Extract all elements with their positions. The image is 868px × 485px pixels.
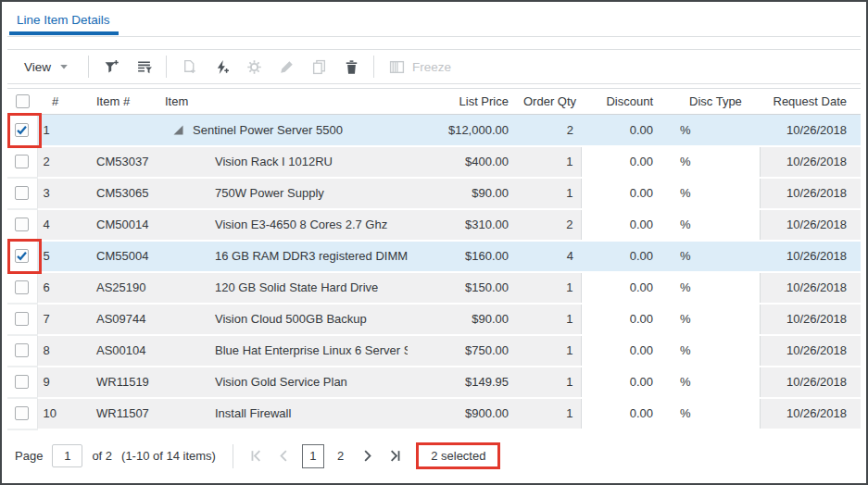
row-checkbox[interactable] (15, 155, 29, 168)
run-action-button[interactable] (213, 58, 230, 75)
cell-disc-type[interactable]: % (669, 209, 760, 241)
table-row[interactable]: 9WR11519Vision Gold Service Plan$149.951… (7, 367, 861, 398)
cell-request-date: 10/26/2018 (760, 241, 861, 272)
item-label: 16 GB RAM DDR3 registered DIMMs (159, 249, 408, 263)
tab-line-item-details[interactable]: Line Item Details (9, 3, 119, 35)
row-checkbox[interactable] (15, 123, 29, 137)
row-checkbox[interactable] (15, 280, 29, 294)
row-checkbox[interactable] (15, 218, 29, 231)
settings-button (245, 58, 262, 75)
cell-list-price: $12,000.00 (408, 115, 523, 146)
cell-row-number: 9 (37, 367, 91, 398)
cell-discount[interactable]: 0.00 (581, 367, 669, 398)
table-row[interactable]: 1Sentinel Power Server 5500$12,000.0020.… (7, 115, 861, 146)
cell-item: Vision Gold Service Plan (159, 367, 408, 398)
cell-list-price: $160.00 (408, 241, 523, 272)
row-checkbox[interactable] (15, 375, 29, 389)
cell-item: Vision Cloud 500GB Backup (159, 304, 408, 335)
cell-order-qty: 1 (523, 272, 581, 304)
footer-divider (233, 444, 233, 468)
last-page-button[interactable] (384, 446, 405, 466)
line-items-table: # Item # Item List Price Order Qty Disco… (7, 88, 861, 430)
cell-item: Install Firewall (159, 398, 408, 429)
cell-list-price: $400.00 (408, 146, 523, 178)
next-page-button[interactable] (357, 446, 377, 466)
cell-discount[interactable]: 0.00 (581, 335, 669, 367)
item-label: Vision Rack I 1012RU (159, 155, 333, 168)
table-footer: Page of 2 (1-10 of 14 items) 12 2 select… (7, 430, 861, 482)
cell-discount[interactable]: 0.00 (581, 178, 669, 209)
item-label: Blue Hat Enterprise Linux 6 Server Stand… (159, 343, 408, 357)
cell-order-qty: 4 (523, 241, 581, 272)
row-checkbox[interactable] (15, 249, 29, 263)
cell-discount[interactable]: 0.00 (581, 115, 669, 146)
row-checkbox[interactable] (15, 186, 29, 200)
cell-disc-type[interactable]: % (669, 367, 760, 398)
cell-disc-type[interactable]: % (669, 241, 760, 272)
table-row[interactable]: 10WR11507Install Firewall$900.0010.00%10… (7, 398, 861, 429)
table-row[interactable]: 8AS00104Blue Hat Enterprise Linux 6 Serv… (7, 335, 861, 367)
cell-discount[interactable]: 0.00 (581, 146, 669, 178)
cell-discount[interactable]: 0.00 (581, 272, 669, 304)
cell-item-number (91, 115, 159, 146)
current-page-button[interactable]: 1 (302, 444, 324, 468)
cell-disc-type[interactable]: % (669, 304, 760, 335)
select-all-checkbox[interactable] (16, 94, 30, 108)
cell-select (7, 146, 37, 178)
cell-disc-type[interactable]: % (669, 272, 760, 304)
col-header-row-number: # (37, 89, 91, 115)
page-of-label: of 2 (92, 449, 112, 463)
cell-item-number: AS00104 (91, 335, 159, 367)
row-checkbox[interactable] (15, 312, 29, 326)
cell-disc-type[interactable]: % (669, 398, 760, 429)
item-label: Vision Cloud 500GB Backup (159, 312, 367, 326)
col-header-request-date: Request Date (760, 89, 861, 115)
table-header-row: # Item # Item List Price Order Qty Disco… (7, 89, 861, 115)
collapse-icon[interactable] (173, 125, 183, 135)
row-checkbox[interactable] (15, 406, 29, 420)
table-row[interactable]: 3CM53065750W Power Supply$90.0010.00%10/… (7, 178, 861, 209)
cell-disc-type[interactable]: % (669, 335, 760, 367)
cell-discount[interactable]: 0.00 (581, 209, 669, 241)
cell-request-date: 10/26/2018 (760, 209, 861, 241)
col-header-list-price: List Price (408, 89, 523, 115)
cell-discount[interactable]: 0.00 (581, 398, 669, 429)
cell-list-price: $310.00 (408, 209, 523, 241)
page-button[interactable]: 2 (332, 449, 349, 463)
table-row[interactable]: 5CM5500416 GB RAM DDR3 registered DIMMs$… (7, 241, 861, 272)
cell-item: Blue Hat Enterprise Linux 6 Server Stand… (159, 335, 408, 367)
table-row[interactable]: 2CM53037Vision Rack I 1012RU$400.0010.00… (7, 146, 861, 178)
item-label: 750W Power Supply (159, 186, 324, 200)
freeze-button: Freeze (388, 58, 451, 75)
table-row[interactable]: 7AS09744Vision Cloud 500GB Backup$90.001… (7, 304, 861, 335)
row-checkbox[interactable] (15, 343, 29, 357)
col-header-discount: Discount (581, 89, 669, 115)
add-filter-button[interactable] (103, 58, 120, 75)
cell-request-date: 10/26/2018 (760, 146, 861, 178)
cell-request-date: 10/26/2018 (760, 272, 861, 304)
view-menu-button[interactable]: View (19, 58, 74, 76)
cell-select (7, 367, 37, 398)
table-row[interactable]: 4CM50014Vision E3-4650 8 Cores 2.7 Ghz$3… (7, 209, 861, 241)
cell-disc-type[interactable]: % (669, 178, 760, 209)
page-number-input[interactable] (52, 444, 82, 467)
page-label: Page (15, 449, 43, 463)
cell-item: 750W Power Supply (159, 178, 408, 209)
cell-disc-type[interactable]: % (669, 146, 760, 178)
cell-list-price: $149.95 (408, 367, 523, 398)
cell-disc-type[interactable]: % (669, 115, 760, 146)
cell-select (7, 241, 37, 272)
item-label: Vision E3-4650 8 Cores 2.7 Ghz (159, 218, 387, 231)
cell-select (7, 178, 37, 209)
cell-list-price: $900.00 (408, 398, 523, 429)
cell-select (7, 209, 37, 241)
delete-button[interactable] (343, 58, 359, 75)
cell-discount[interactable]: 0.00 (581, 241, 669, 272)
cell-discount[interactable]: 0.00 (581, 304, 669, 335)
cell-request-date: 10/26/2018 (760, 335, 861, 367)
filter-table-button[interactable] (135, 58, 152, 75)
edit-button (278, 58, 295, 75)
toolbar-divider (373, 56, 374, 78)
table-row[interactable]: 6AS25190120 GB Solid State Hard Drive$15… (7, 272, 861, 304)
cell-item: Vision E3-4650 8 Cores 2.7 Ghz (159, 209, 408, 241)
